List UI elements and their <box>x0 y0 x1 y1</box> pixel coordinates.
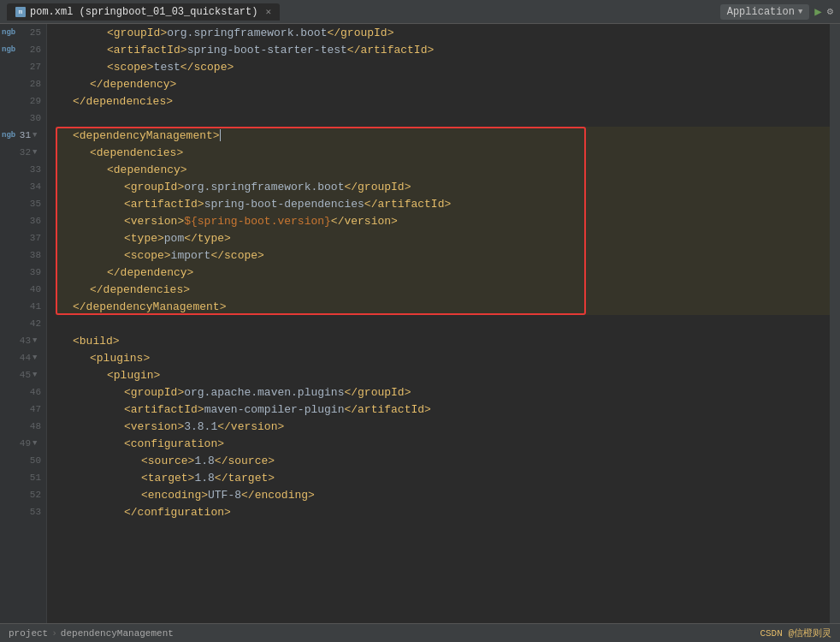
top-right-controls: Application ▼ ▶ ⚙ <box>720 4 833 20</box>
line-number: 51 <box>24 473 41 483</box>
csdn-watermark: CSDN @信橙则灵 <box>760 627 831 639</box>
line-content: </dependency> <box>107 266 193 279</box>
gutter-row: 32▼ <box>0 144 46 161</box>
gutter-row: 34 <box>0 178 46 195</box>
code-line[interactable]: <version>3.8.1</version> <box>56 418 830 435</box>
code-line[interactable]: <dependencyManagement> <box>56 127 830 144</box>
breadcrumb-separator: › <box>51 628 57 639</box>
fold-icon[interactable]: ▼ <box>33 371 41 379</box>
line-content: <groupId>org.springframework.boot</group… <box>124 181 411 193</box>
ngb-badge: ngb <box>2 45 15 54</box>
line-number: 52 <box>24 490 41 500</box>
gutter-row: 37 <box>0 229 46 247</box>
line-number: 47 <box>24 404 41 414</box>
status-bar: project › dependencyManagement CSDN @信橙则… <box>0 623 840 642</box>
top-bar: m pom.xml (springboot_01_03_quickstart) … <box>0 0 840 24</box>
code-line[interactable] <box>56 315 830 332</box>
code-line[interactable]: <artifactId>maven-compiler-plugin</artif… <box>56 401 830 418</box>
line-number: 33 <box>24 164 41 175</box>
line-content: <dependency> <box>107 163 187 176</box>
line-number: 39 <box>24 267 41 277</box>
breadcrumb-project: project <box>9 628 48 639</box>
line-content: <version>3.8.1</version> <box>124 420 284 433</box>
gutter-row: 47 <box>0 401 46 418</box>
line-number: 48 <box>24 421 41 431</box>
line-number: 30 <box>24 113 41 123</box>
line-content: <dependencyManagement> <box>73 129 221 142</box>
line-content <box>56 318 62 330</box>
editor-area: ngb25ngb2627282930ngb31▼32▼3334353637383… <box>0 24 840 623</box>
line-number: 38 <box>24 250 41 260</box>
fold-icon[interactable]: ▼ <box>33 439 41 448</box>
tab-close-button[interactable]: ✕ <box>265 6 271 17</box>
code-line[interactable]: <artifactId>spring-boot-starter-test</ar… <box>56 41 830 58</box>
code-line[interactable]: <encoding>UTF-8</encoding> <box>56 486 830 503</box>
code-line[interactable]: </configuration> <box>56 503 830 520</box>
line-number: 34 <box>24 181 41 192</box>
code-content[interactable]: <groupId>org.springframework.boot</group… <box>47 24 830 623</box>
code-line[interactable]: <scope>import</scope> <box>56 247 830 264</box>
fold-icon[interactable]: ▼ <box>33 131 41 140</box>
line-content: <artifactId>spring-boot-dependencies</ar… <box>124 198 451 211</box>
fold-icon[interactable]: ▼ <box>33 148 41 157</box>
code-line[interactable]: <groupId>org.springframework.boot</group… <box>56 24 830 41</box>
code-line[interactable]: <version>${spring-boot.version}</version… <box>56 212 830 229</box>
gutter-row: 28 <box>0 75 46 92</box>
tab-bar: m pom.xml (springboot_01_03_quickstart) … <box>7 3 720 21</box>
gutter-row: ngb31▼ <box>0 127 46 144</box>
line-number-gutter: ngb25ngb2627282930ngb31▼32▼3334353637383… <box>0 24 47 623</box>
code-line[interactable]: <scope>test</scope> <box>56 58 830 75</box>
line-content: <groupId>org.springframework.boot</group… <box>107 27 393 39</box>
run-config-selector[interactable]: Application ▼ <box>720 4 810 20</box>
code-line[interactable]: <plugins> <box>56 349 830 366</box>
code-line[interactable]: <plugin> <box>56 366 830 383</box>
run-config-label: Application <box>727 6 795 18</box>
code-line[interactable]: </dependency> <box>56 75 830 92</box>
code-line[interactable]: <build> <box>56 332 830 349</box>
line-content: <artifactId>maven-compiler-plugin</artif… <box>124 403 431 416</box>
code-line[interactable]: <dependency> <box>56 161 830 178</box>
gutter-row: 42 <box>0 315 46 332</box>
line-content: </dependency> <box>90 78 176 91</box>
scrollbar-area[interactable] <box>830 24 840 623</box>
code-line[interactable]: </dependencies> <box>56 92 830 110</box>
line-number: 50 <box>24 455 41 466</box>
code-line[interactable]: <source>1.8</source> <box>56 452 830 469</box>
line-content: <dependencies> <box>90 146 183 159</box>
fold-icon[interactable]: ▼ <box>33 354 41 362</box>
code-line[interactable]: </dependencies> <box>56 281 830 298</box>
run-config-dropdown-icon: ▼ <box>798 8 802 16</box>
code-line[interactable]: </dependency> <box>56 264 830 281</box>
line-number: 42 <box>24 318 41 329</box>
code-line[interactable]: <groupId>org.springframework.boot</group… <box>56 178 830 195</box>
settings-button[interactable]: ⚙ <box>827 5 833 18</box>
gutter-row: 39 <box>0 264 46 281</box>
gutter-row: 41 <box>0 298 46 315</box>
ngb-badge: ngb <box>2 28 15 37</box>
code-line[interactable]: <configuration> <box>56 435 830 452</box>
code-line[interactable]: <groupId>org.apache.maven.plugins</group… <box>56 383 830 401</box>
code-line[interactable]: <target>1.8</target> <box>56 469 830 486</box>
line-content: <plugin> <box>107 369 160 382</box>
line-content: </dependencies> <box>73 95 173 108</box>
code-line[interactable]: <artifactId>spring-boot-dependencies</ar… <box>56 195 830 212</box>
code-line[interactable]: <type>pom</type> <box>56 229 830 247</box>
gutter-row: 27 <box>0 58 46 75</box>
fold-icon[interactable]: ▼ <box>33 336 41 345</box>
line-number: 32 <box>14 147 31 158</box>
line-content: <plugins> <box>90 352 150 365</box>
gutter-row: 40 <box>0 281 46 298</box>
line-content: <artifactId>spring-boot-starter-test</ar… <box>107 44 434 56</box>
gutter-row: 52 <box>0 486 46 503</box>
run-button[interactable]: ▶ <box>814 4 821 19</box>
code-line[interactable] <box>56 110 830 127</box>
gutter-row: 50 <box>0 452 46 469</box>
text-cursor <box>220 129 221 141</box>
code-line[interactable]: </dependencyManagement> <box>56 298 830 315</box>
code-line[interactable]: <dependencies> <box>56 144 830 161</box>
line-content: <configuration> <box>124 437 224 450</box>
gutter-row: 35 <box>0 195 46 212</box>
active-tab[interactable]: m pom.xml (springboot_01_03_quickstart) … <box>7 3 280 21</box>
line-number: 45 <box>14 370 31 380</box>
line-number: 40 <box>24 284 41 294</box>
